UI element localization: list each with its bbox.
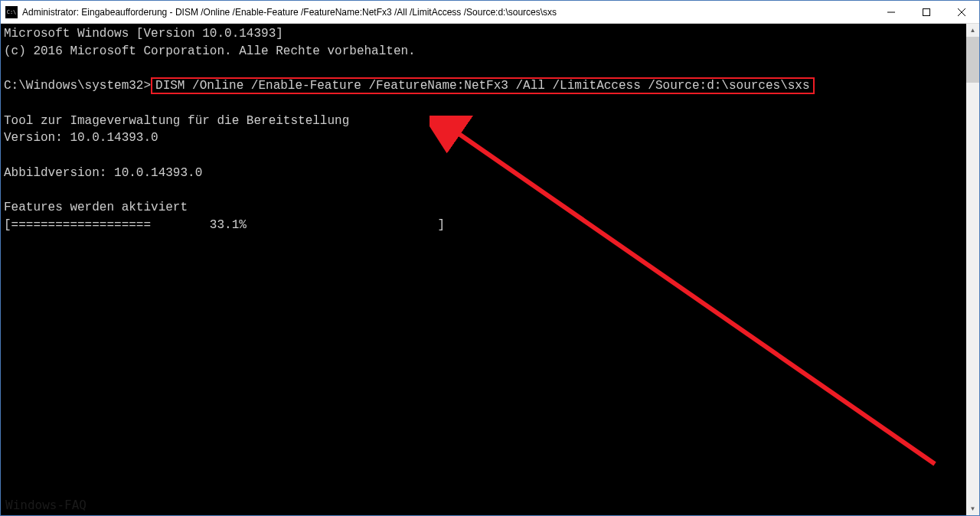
- copyright-line: (c) 2016 Microsoft Corporation. Alle Rec…: [4, 44, 416, 58]
- progress-bar: [=================== 33.1% ]: [4, 218, 452, 232]
- watermark: Windows-FAQ: [5, 498, 87, 512]
- command-prompt-window: Administrator: Eingabeaufforderung - DIS…: [0, 0, 980, 516]
- tool-name: Tool zur Imageverwaltung für die Bereits…: [4, 114, 349, 128]
- tool-version: Version: 10.0.14393.0: [4, 131, 158, 145]
- features-activating: Features werden aktiviert: [4, 201, 188, 214]
- minimize-button[interactable]: [874, 1, 909, 23]
- scroll-thumb[interactable]: [966, 37, 979, 83]
- command-highlighted: DISM /Online /Enable-Feature /FeatureNam…: [151, 77, 815, 94]
- svg-rect-1: [923, 8, 930, 15]
- version-line: Microsoft Windows [Version 10.0.14393]: [4, 27, 283, 41]
- maximize-button[interactable]: [909, 1, 944, 23]
- prompt: C:\Windows\system32>: [4, 79, 151, 93]
- close-button[interactable]: [944, 1, 979, 23]
- cmd-icon: [5, 6, 18, 18]
- console-output: Microsoft Windows [Version 10.0.14393] (…: [1, 24, 966, 236]
- window-controls: [874, 1, 979, 23]
- window-title: Administrator: Eingabeaufforderung - DIS…: [22, 7, 874, 18]
- titlebar[interactable]: Administrator: Eingabeaufforderung - DIS…: [1, 1, 979, 24]
- scroll-up-button[interactable]: ▲: [966, 24, 979, 37]
- console-area[interactable]: Microsoft Windows [Version 10.0.14393] (…: [1, 24, 979, 515]
- image-version: Abbildversion: 10.0.14393.0: [4, 166, 202, 180]
- scroll-down-button[interactable]: ▼: [966, 502, 979, 515]
- vertical-scrollbar[interactable]: ▲ ▼: [966, 24, 979, 515]
